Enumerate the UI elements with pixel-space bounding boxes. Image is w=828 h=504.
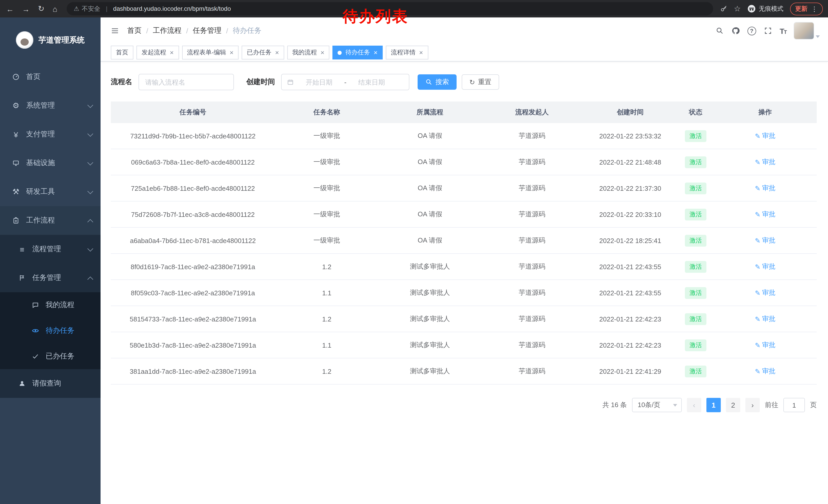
sidebar-item-task-management[interactable]: 任务管理 bbox=[0, 264, 100, 292]
incognito-icon bbox=[747, 5, 756, 13]
cell-process: 测试多审批人 bbox=[379, 306, 481, 332]
incognito-badge: 无痕模式 bbox=[747, 4, 783, 13]
sidebar-item-my-process[interactable]: 我的流程 bbox=[0, 292, 100, 318]
reset-button[interactable]: ↻ 重置 bbox=[462, 74, 499, 90]
approve-link[interactable]: ✎ 审批 bbox=[755, 367, 776, 376]
page-size-select[interactable]: 10条/页 bbox=[632, 398, 682, 412]
breadcrumb-workflow[interactable]: 工作流程 bbox=[153, 26, 181, 35]
approve-link[interactable]: ✎ 审批 bbox=[755, 236, 776, 245]
approve-link[interactable]: ✎ 审批 bbox=[755, 157, 776, 167]
approve-link[interactable]: ✎ 审批 bbox=[755, 210, 776, 219]
breadcrumb-home[interactable]: 首页 bbox=[127, 26, 141, 35]
process-name-input[interactable] bbox=[138, 74, 234, 90]
chrome-update-button[interactable]: 更新 ⋮ bbox=[790, 2, 823, 15]
tab-done-task[interactable]: 已办任务 × bbox=[242, 46, 284, 59]
sidebar-item-payment[interactable]: ¥ 支付管理 bbox=[0, 120, 100, 149]
col-task-id: 任务编号 bbox=[111, 101, 275, 123]
sidebar-item-todo-task[interactable]: 待办任务 bbox=[0, 318, 100, 343]
help-icon[interactable]: ? bbox=[747, 27, 756, 35]
cell-process: 测试多审批人 bbox=[379, 332, 481, 358]
tab-close-icon[interactable]: × bbox=[230, 49, 234, 56]
sidebar-item-home[interactable]: 首页 bbox=[0, 62, 100, 91]
app-logo[interactable]: 芋道管理系统 bbox=[0, 17, 100, 62]
cell-process: OA 请假 bbox=[379, 123, 481, 149]
status-badge: 激活 bbox=[685, 130, 706, 142]
tab-close-icon[interactable]: × bbox=[374, 49, 378, 56]
tab-todo-task[interactable]: 待办任务 × bbox=[333, 46, 383, 59]
search-button[interactable]: 搜索 bbox=[418, 74, 457, 90]
page-1-button[interactable]: 1 bbox=[706, 398, 721, 412]
tab-start-process[interactable]: 发起流程 × bbox=[136, 46, 179, 59]
tab-close-icon[interactable]: × bbox=[170, 49, 174, 56]
goto-label: 前往 bbox=[765, 401, 778, 410]
cell-process: OA 请假 bbox=[379, 149, 481, 175]
start-date-input[interactable] bbox=[296, 78, 342, 86]
browser-reload-icon[interactable]: ↻ bbox=[38, 4, 44, 13]
end-date-input[interactable] bbox=[348, 78, 395, 86]
pen-icon: ✎ bbox=[755, 132, 760, 140]
cell-starter: 芋道源码 bbox=[481, 175, 583, 201]
overlay-annotation: 待办列表 bbox=[343, 6, 408, 27]
cell-starter: 芋道源码 bbox=[481, 123, 583, 149]
status-badge: 激活 bbox=[685, 313, 706, 325]
pen-icon: ✎ bbox=[755, 211, 760, 218]
approve-link[interactable]: ✎ 审批 bbox=[755, 340, 776, 350]
tab-close-icon[interactable]: × bbox=[419, 49, 423, 56]
avatar[interactable] bbox=[794, 22, 814, 39]
tab-process-form-edit[interactable]: 流程表单-编辑 × bbox=[182, 46, 239, 59]
font-size-icon[interactable]: TT bbox=[780, 27, 786, 35]
page-2-button[interactable]: 2 bbox=[726, 398, 740, 412]
browser-back-icon[interactable]: ← bbox=[6, 4, 14, 13]
chevron-down-icon bbox=[87, 131, 93, 137]
tab-close-icon[interactable]: × bbox=[275, 49, 279, 56]
active-tab-dot bbox=[338, 50, 342, 55]
tab-process-detail[interactable]: 流程详情 × bbox=[386, 46, 428, 59]
prev-page-button[interactable]: ‹ bbox=[687, 398, 701, 412]
next-page-button[interactable]: › bbox=[745, 398, 760, 412]
cell-starter: 芋道源码 bbox=[481, 332, 583, 358]
date-range-picker[interactable]: - bbox=[281, 74, 409, 90]
sidebar-item-done-task[interactable]: 已办任务 bbox=[0, 343, 100, 369]
bookmark-star-icon[interactable]: ☆ bbox=[734, 4, 741, 13]
caret-down-icon bbox=[816, 35, 820, 38]
chrome-menu-icon[interactable]: ⋮ bbox=[811, 5, 818, 12]
key-icon[interactable] bbox=[720, 5, 727, 12]
tab-close-icon[interactable]: × bbox=[321, 49, 325, 56]
chevron-down-icon bbox=[87, 159, 93, 165]
goto-page-input[interactable] bbox=[783, 398, 805, 412]
breadcrumb-task-management[interactable]: 任务管理 bbox=[193, 26, 222, 35]
sidebar-item-leave-query[interactable]: 请假查询 bbox=[0, 369, 100, 398]
search-icon[interactable] bbox=[715, 27, 723, 35]
sidebar-item-infra[interactable]: 基础设施 bbox=[0, 149, 100, 177]
approve-link[interactable]: ✎ 审批 bbox=[755, 184, 776, 193]
fullscreen-icon[interactable] bbox=[763, 27, 772, 35]
cell-starter: 芋道源码 bbox=[481, 306, 583, 332]
refresh-icon: ↻ bbox=[469, 78, 475, 86]
approve-link[interactable]: ✎ 审批 bbox=[755, 288, 776, 297]
search-icon bbox=[425, 79, 432, 86]
approve-link[interactable]: ✎ 审批 bbox=[755, 131, 776, 140]
tab-home[interactable]: 首页 bbox=[111, 46, 133, 59]
tab-my-process[interactable]: 我的流程 × bbox=[287, 46, 330, 59]
pen-icon: ✎ bbox=[755, 289, 760, 296]
browser-forward-icon[interactable]: → bbox=[22, 4, 30, 13]
app-title: 芋道管理系统 bbox=[38, 35, 85, 45]
cell-task-name: 1.2 bbox=[275, 306, 379, 332]
cell-create-time: 2022-01-21 22:41:29 bbox=[583, 358, 678, 384]
approve-link[interactable]: ✎ 审批 bbox=[755, 262, 776, 271]
browser-home-icon[interactable]: ⌂ bbox=[52, 4, 57, 13]
cell-create-time: 2022-01-22 18:25:41 bbox=[583, 227, 678, 254]
user-menu[interactable] bbox=[794, 22, 820, 39]
app-root: ← → ↻ ⌂ ⚠ 不安全 | dashboard.yudao.iocoder.… bbox=[0, 0, 828, 504]
sidebar-item-workflow[interactable]: 工作流程 bbox=[0, 206, 100, 235]
sidebar-item-devtools[interactable]: ⚒ 研发工具 bbox=[0, 177, 100, 206]
sidebar-collapse-icon[interactable] bbox=[111, 27, 119, 35]
github-icon[interactable] bbox=[731, 27, 740, 35]
sidebar-item-system[interactable]: ⚙ 系统管理 bbox=[0, 91, 100, 120]
cell-task-name: 一级审批 bbox=[275, 123, 379, 149]
table-row: 381aa1dd-7ac8-11ec-a9e2-a2380e71991a 1.2… bbox=[111, 358, 817, 384]
approve-link[interactable]: ✎ 审批 bbox=[755, 314, 776, 324]
cell-task-id: 58154733-7ac8-11ec-a9e2-a2380e71991a bbox=[111, 306, 275, 332]
security-status[interactable]: ⚠ 不安全 bbox=[74, 4, 100, 13]
sidebar-item-process-management[interactable]: ≡ 流程管理 bbox=[0, 235, 100, 264]
